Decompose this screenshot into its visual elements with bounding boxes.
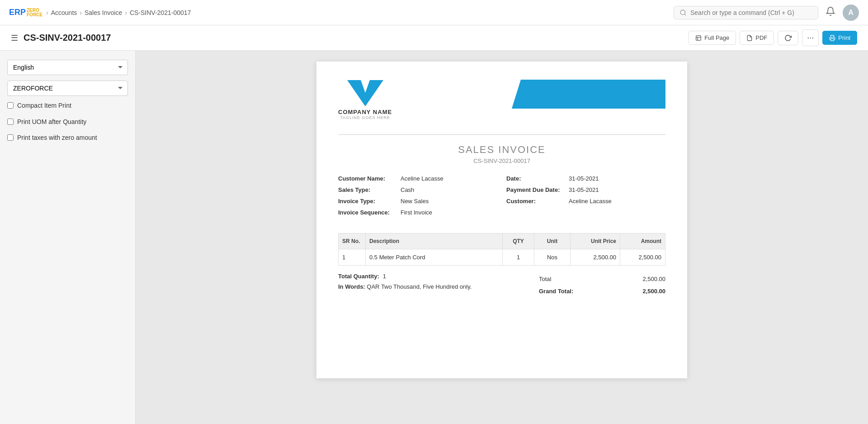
- customer-label: Customer:: [506, 198, 565, 205]
- page-title: CS-SINV-2021-00017: [24, 33, 111, 43]
- in-words-row: In Words: QAR Two Thousand, Five Hundred…: [338, 283, 539, 290]
- company-logo: COMPANY NAME TAGLINE GOES HERE: [338, 80, 392, 120]
- date-row: Date: 31-05-2021: [506, 175, 665, 182]
- invoice-type-row: Invoice Type: New Sales: [338, 198, 497, 205]
- invoice-sequence-label: Invoice Sequence:: [338, 209, 397, 216]
- customer-name-value: Aceline Lacasse: [401, 175, 443, 182]
- hamburger-menu[interactable]: ☰: [11, 33, 18, 43]
- sales-type-label: Sales Type:: [338, 186, 397, 193]
- invoice-type-value: New Sales: [401, 198, 429, 205]
- cell-amount: 2,500.00: [620, 249, 665, 266]
- search-bar[interactable]: [674, 6, 818, 19]
- date-label: Date:: [506, 175, 565, 182]
- col-desc: Description: [366, 233, 503, 249]
- total-qty-value: 1: [383, 273, 386, 280]
- totals-left: Total Quantity: 1 In Words: QAR Two Thou…: [338, 273, 539, 290]
- breadcrumb-accounts[interactable]: Accounts: [51, 9, 77, 16]
- refresh-button[interactable]: [778, 31, 798, 45]
- sidebar: English Arabic ZEROFORCE Compact Item Pr…: [0, 51, 136, 424]
- print-zero-taxes-checkbox[interactable]: Print taxes with zero amount: [7, 133, 128, 143]
- page-header-right: Full Page PDF ··· Print: [689, 29, 857, 46]
- grand-total-label: Grand Total:: [539, 288, 573, 295]
- items-table: SR No. Description QTY Unit Unit Price A…: [338, 233, 665, 266]
- breadcrumb-invoice-number[interactable]: CS-SINV-2021-00017: [130, 9, 191, 16]
- nav-left: ERPZEROFORCE › Accounts › Sales Invoice …: [9, 8, 191, 17]
- compact-item-print-checkbox[interactable]: Compact Item Print: [7, 101, 128, 110]
- total-qty-row: Total Quantity: 1: [338, 273, 539, 280]
- search-icon: [679, 9, 687, 16]
- main-layout: English Arabic ZEROFORCE Compact Item Pr…: [0, 51, 868, 424]
- cell-sr: 1: [339, 249, 366, 266]
- print-zero-taxes-label: Print taxes with zero amount: [17, 133, 97, 143]
- compact-item-print-label: Compact Item Print: [17, 101, 71, 110]
- pdf-button[interactable]: PDF: [740, 31, 774, 45]
- print-button[interactable]: Print: [822, 31, 857, 45]
- company-logo-icon: [347, 80, 383, 107]
- customer-row: Customer: Aceline Lacasse: [506, 198, 665, 205]
- col-unit-price: Unit Price: [571, 233, 620, 249]
- customer-name-label: Customer Name:: [338, 175, 397, 182]
- payment-due-row: Payment Due Date: 31-05-2021: [506, 186, 665, 193]
- col-qty: QTY: [503, 233, 534, 249]
- date-value: 31-05-2021: [569, 175, 599, 182]
- invoice-sequence-value: First Invoice: [401, 209, 432, 216]
- invoice-doc-number: CS-SINV-2021-00017: [338, 157, 665, 164]
- payment-due-label: Payment Due Date:: [506, 186, 565, 193]
- page-header-left: ☰ CS-SINV-2021-00017: [11, 33, 111, 43]
- nav-right: A: [674, 5, 859, 21]
- invoice-type-label: Invoice Type:: [338, 198, 397, 205]
- col-amount: Amount: [620, 233, 665, 249]
- breadcrumb-sales-invoice[interactable]: Sales Invoice: [85, 9, 122, 16]
- table-row: 1 0.5 Meter Patch Cord 1 Nos 2,500.00 2,…: [339, 249, 665, 266]
- in-words-value: QAR Two Thousand, Five Hundred only.: [367, 283, 472, 290]
- full-page-icon: [695, 35, 702, 41]
- customer-value: Aceline Lacasse: [569, 198, 612, 205]
- breadcrumb: › Accounts › Sales Invoice › CS-SINV-202…: [46, 9, 191, 16]
- cell-unit: Nos: [534, 249, 571, 266]
- search-input[interactable]: [690, 9, 812, 16]
- grand-total-value: 2,500.00: [642, 288, 665, 295]
- invoice-header: COMPANY NAME TAGLINE GOES HERE: [338, 80, 665, 120]
- more-options-button[interactable]: ···: [802, 29, 819, 46]
- totals-right: Total 2,500.00 Grand Total: 2,500.00: [539, 273, 665, 297]
- language-select[interactable]: English Arabic: [7, 60, 128, 75]
- svg-marker-3: [347, 80, 383, 106]
- total-value: 2,500.00: [642, 276, 665, 282]
- in-words-label: In Words:: [338, 283, 365, 290]
- col-sr: SR No.: [339, 233, 366, 249]
- refresh-icon: [784, 34, 792, 42]
- invoice-details: Customer Name: Aceline Lacasse Sales Typ…: [338, 175, 665, 220]
- invoice-sequence-row: Invoice Sequence: First Invoice: [338, 209, 497, 216]
- cell-qty: 1: [503, 249, 534, 266]
- svg-point-0: [680, 10, 685, 15]
- invoice-title: SALES INVOICE: [338, 144, 665, 156]
- company-name: COMPANY NAME: [338, 109, 392, 115]
- preview-area: COMPANY NAME TAGLINE GOES HERE SALES INV…: [136, 51, 868, 424]
- customer-name-row: Customer Name: Aceline Lacasse: [338, 175, 497, 182]
- invoice-document: COMPANY NAME TAGLINE GOES HERE SALES INV…: [316, 62, 687, 378]
- company-select[interactable]: ZEROFORCE: [7, 81, 128, 96]
- invoice-banner: [512, 80, 665, 109]
- payment-due-value: 31-05-2021: [569, 186, 599, 193]
- avatar[interactable]: A: [843, 5, 859, 21]
- logo[interactable]: ERPZEROFORCE: [9, 8, 42, 17]
- total-label: Total: [539, 276, 551, 282]
- details-right: Date: 31-05-2021 Payment Due Date: 31-05…: [506, 175, 665, 220]
- print-uom-checkbox[interactable]: Print UOM after Quantity: [7, 118, 128, 127]
- sales-type-value: Cash: [401, 186, 414, 193]
- logo-zero: ZEROFORCE: [27, 8, 42, 17]
- notification-bell[interactable]: [826, 6, 835, 19]
- company-tagline: TAGLINE GOES HERE: [340, 115, 390, 120]
- invoice-title-section: SALES INVOICE CS-SINV-2021-00017: [338, 134, 665, 164]
- sales-type-row: Sales Type: Cash: [338, 186, 497, 193]
- print-icon: [829, 35, 835, 41]
- svg-rect-1: [696, 35, 701, 40]
- full-page-button[interactable]: Full Page: [689, 31, 736, 45]
- logo-erp: ERP: [9, 8, 26, 17]
- print-uom-label: Print UOM after Quantity: [17, 118, 86, 127]
- cell-unit-price: 2,500.00: [571, 249, 620, 266]
- top-nav: ERPZEROFORCE › Accounts › Sales Invoice …: [0, 0, 868, 25]
- details-left: Customer Name: Aceline Lacasse Sales Typ…: [338, 175, 497, 220]
- svg-rect-2: [831, 38, 834, 41]
- pdf-icon: [746, 35, 753, 41]
